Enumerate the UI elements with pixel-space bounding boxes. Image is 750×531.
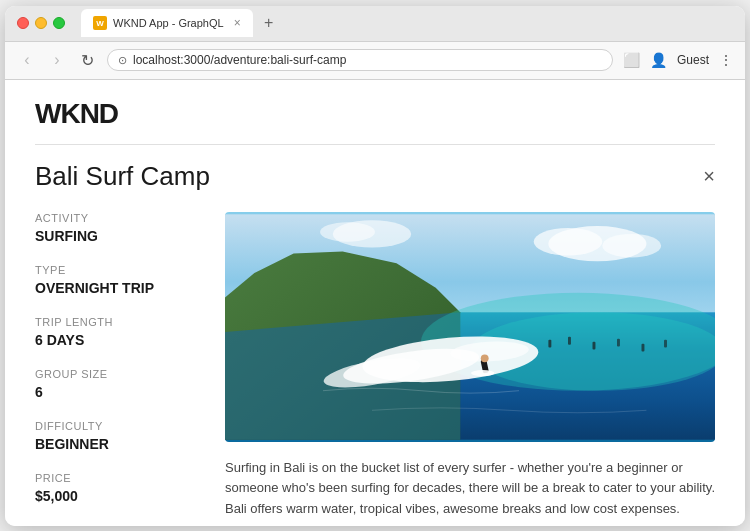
type-label: TYPE [35,264,195,276]
price-value: $5,000 [35,488,195,504]
svg-point-16 [481,354,489,362]
svg-rect-18 [548,339,551,347]
difficulty-item: DIFFICULTY BEGINNER [35,420,195,452]
fullscreen-traffic-light[interactable] [53,17,65,29]
forward-button[interactable]: › [47,51,67,69]
new-tab-button[interactable]: + [257,11,281,35]
type-value: OVERNIGHT TRIP [35,280,195,296]
page-content: WKND Bali Surf Camp × ACTIVITY SURFING T… [5,80,745,526]
svg-rect-22 [642,343,645,351]
group-size-label: GROUP SIZE [35,368,195,380]
svg-rect-20 [593,341,596,349]
price-item: PRICE $5,000 [35,472,195,504]
difficulty-label: DIFFICULTY [35,420,195,432]
back-button[interactable]: ‹ [17,51,37,69]
close-button[interactable]: × [703,165,715,188]
tab-bar: W WKND App - GraphQL × + [81,9,733,37]
guest-label: Guest [677,53,709,67]
cast-icon[interactable]: ⬜ [623,52,640,68]
address-bar: ‹ › ↻ ⊙ localhost:3000/adventure:bali-su… [5,42,745,80]
tab-favicon-icon: W [93,16,107,30]
difficulty-value: BEGINNER [35,436,195,452]
menu-icon[interactable]: ⋮ [719,52,733,68]
close-traffic-light[interactable] [17,17,29,29]
surf-image [225,212,715,442]
svg-point-17 [471,370,495,376]
browser-icons: ⬜ 👤 Guest ⋮ [623,52,733,68]
page-header: Bali Surf Camp × [35,161,715,192]
description-para1: Surfing in Bali is on the bucket list of… [225,458,715,520]
svg-point-3 [602,233,661,257]
minimize-traffic-light[interactable] [35,17,47,29]
svg-rect-21 [617,338,620,346]
activity-value: SURFING [35,228,195,244]
surf-scene-svg [225,212,715,442]
tab-title: WKND App - GraphQL [113,17,224,29]
svg-rect-23 [664,339,667,347]
browser-window: W WKND App - GraphQL × + ‹ › ↻ ⊙ localho… [5,6,745,526]
trip-length-item: TRIP LENGTH 6 DAYS [35,316,195,348]
activity-label: ACTIVITY [35,212,195,224]
trip-length-label: TRIP LENGTH [35,316,195,328]
refresh-button[interactable]: ↻ [77,51,97,70]
price-label: PRICE [35,472,195,484]
type-item: TYPE OVERNIGHT TRIP [35,264,195,296]
tab-close-icon[interactable]: × [234,16,241,30]
activity-item: ACTIVITY SURFING [35,212,195,244]
page-title: Bali Surf Camp [35,161,210,192]
svg-point-5 [320,222,375,242]
right-panel: Surfing in Bali is on the bucket list of… [225,212,715,526]
lock-icon: ⊙ [118,54,127,67]
trip-length-value: 6 DAYS [35,332,195,348]
title-bar: W WKND App - GraphQL × + [5,6,745,42]
url-bar[interactable]: ⊙ localhost:3000/adventure:bali-surf-cam… [107,49,613,71]
url-text: localhost:3000/adventure:bali-surf-camp [133,53,346,67]
traffic-lights [17,17,65,29]
account-icon[interactable]: 👤 [650,52,667,68]
group-size-value: 6 [35,384,195,400]
svg-point-2 [534,228,603,255]
site-logo: WKND [35,80,715,145]
browser-tab[interactable]: W WKND App - GraphQL × [81,9,253,37]
details-panel: ACTIVITY SURFING TYPE OVERNIGHT TRIP TRI… [35,212,195,526]
svg-rect-19 [568,336,571,344]
main-layout: ACTIVITY SURFING TYPE OVERNIGHT TRIP TRI… [35,212,715,526]
group-size-item: GROUP SIZE 6 [35,368,195,400]
